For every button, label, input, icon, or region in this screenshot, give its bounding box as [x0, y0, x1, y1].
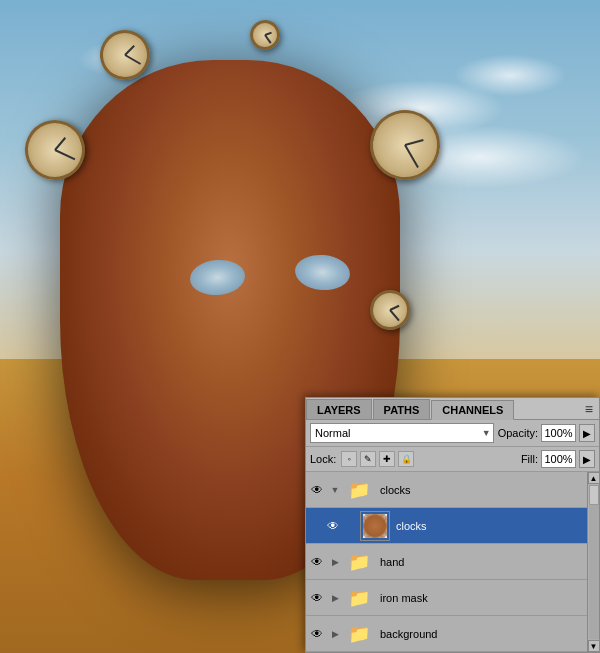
fill-section: Fill: 100% ▶	[521, 450, 595, 468]
scroll-track	[589, 485, 599, 639]
lock-all-btn[interactable]: 🔒	[398, 451, 414, 467]
panel-tabs: LAYERS PATHS CHANNELS ≡	[306, 398, 599, 420]
layers-list: 👁 ▼ 📁 clocks 👁 clocks 👁	[306, 472, 599, 652]
tab-layers[interactable]: LAYERS	[306, 399, 372, 419]
opacity-value[interactable]: 100%	[541, 424, 576, 442]
layer-name-iron-mask: iron mask	[376, 592, 597, 604]
layer-name-hand: hand	[376, 556, 597, 568]
blend-mode-row: Normal ▼ Opacity: 100% ▶	[306, 420, 599, 447]
eye-right	[294, 253, 352, 293]
layers-list-wrapper: 👁 ▼ 📁 clocks 👁 clocks 👁	[306, 472, 599, 652]
layer-thumb-hand: 📁	[344, 547, 374, 577]
layer-name-background: background	[376, 628, 597, 640]
blend-mode-arrow: ▼	[482, 428, 491, 438]
layer-thumb-background: 📁	[344, 619, 374, 649]
blend-mode-select[interactable]: Normal ▼	[310, 423, 494, 443]
layer-visibility-clocks-group[interactable]: 👁	[308, 481, 326, 499]
layer-thumb-clocks-layer	[360, 511, 390, 541]
lock-row: Lock: ◦ ✎ ✚ 🔒 Fill: 100% ▶	[306, 447, 599, 472]
layer-row-iron-mask[interactable]: 👁 ▶ 📁 iron mask	[306, 580, 599, 616]
layer-row-clocks-layer[interactable]: 👁 clocks	[306, 508, 599, 544]
layer-visibility-hand[interactable]: 👁	[308, 553, 326, 571]
fill-increase-btn[interactable]: ▶	[579, 450, 595, 468]
canvas-area: LAYERS PATHS CHANNELS ≡ Normal ▼ Opacity…	[0, 0, 600, 653]
layer-thumb-iron-mask: 📁	[344, 583, 374, 613]
tab-channels[interactable]: CHANNELS	[431, 400, 514, 420]
layers-scrollbar[interactable]: ▲ ▼	[587, 472, 599, 652]
layer-expand-hand[interactable]: ▶	[328, 555, 342, 569]
layer-visibility-background[interactable]: 👁	[308, 625, 326, 643]
fill-value[interactable]: 100%	[541, 450, 576, 468]
scroll-down-btn[interactable]: ▼	[588, 640, 600, 652]
layer-row-hand[interactable]: 👁 ▶ 📁 hand	[306, 544, 599, 580]
layer-expand-clocks-group[interactable]: ▼	[328, 483, 342, 497]
layer-expand-iron-mask[interactable]: ▶	[328, 591, 342, 605]
opacity-section: Opacity: 100% ▶	[498, 424, 595, 442]
scroll-up-btn[interactable]: ▲	[588, 472, 600, 484]
layer-row-background[interactable]: 👁 ▶ 📁 background	[306, 616, 599, 652]
layer-visibility-clocks-layer[interactable]: 👁	[324, 517, 342, 535]
layer-name-clocks-group: clocks	[376, 484, 597, 496]
lock-position-btn[interactable]: ✚	[379, 451, 395, 467]
layers-panel: LAYERS PATHS CHANNELS ≡ Normal ▼ Opacity…	[305, 397, 600, 653]
layer-row-clocks-group[interactable]: 👁 ▼ 📁 clocks	[306, 472, 599, 508]
lock-transparent-btn[interactable]: ◦	[341, 451, 357, 467]
lock-icons: ◦ ✎ ✚ 🔒	[341, 451, 414, 467]
layer-thumb-clocks-group: 📁	[344, 475, 374, 505]
eye-left	[189, 258, 247, 298]
panel-menu-button[interactable]: ≡	[579, 398, 599, 420]
layer-expand-background[interactable]: ▶	[328, 627, 342, 641]
tab-paths[interactable]: PATHS	[373, 399, 431, 419]
scroll-thumb[interactable]	[589, 485, 599, 505]
opacity-increase-btn[interactable]: ▶	[579, 424, 595, 442]
layer-name-clocks-layer: clocks	[392, 520, 597, 532]
layer-expand-clocks-layer[interactable]	[344, 519, 358, 533]
layer-visibility-iron-mask[interactable]: 👁	[308, 589, 326, 607]
lock-paint-btn[interactable]: ✎	[360, 451, 376, 467]
